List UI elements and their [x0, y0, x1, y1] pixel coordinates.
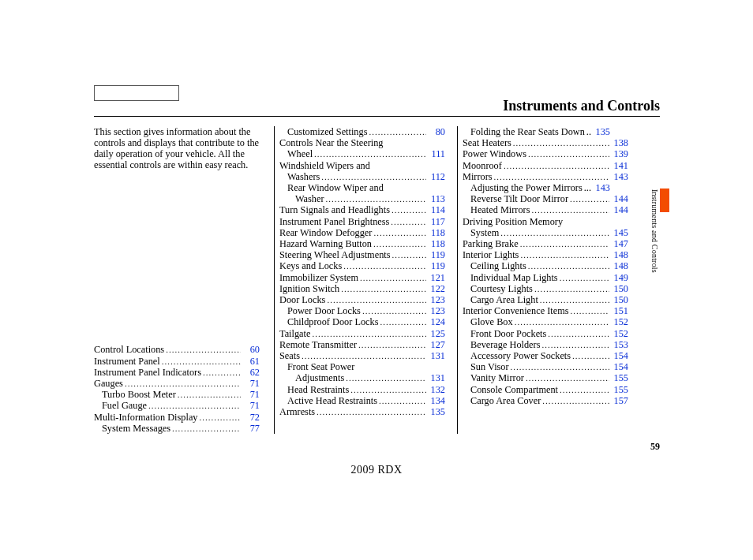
toc-entry[interactable]: Tailgate125: [279, 328, 445, 339]
toc-entry[interactable]: System Messages77: [94, 423, 260, 434]
toc-page-link[interactable]: 77: [242, 423, 260, 434]
toc-page-link[interactable]: 135: [428, 406, 445, 417]
toc-entry[interactable]: Control Locations60: [94, 344, 260, 355]
toc-entry[interactable]: Interior Convenience Items151: [463, 305, 628, 316]
toc-page-link[interactable]: 135: [593, 126, 610, 137]
toc-page-link[interactable]: 152: [611, 328, 628, 339]
toc-entry[interactable]: Individual Map Lights149: [463, 272, 628, 283]
toc-page-link[interactable]: 139: [611, 148, 628, 159]
toc-entry[interactable]: Folding the Rear Seats Down .. 135: [463, 126, 628, 137]
toc-page-link[interactable]: 119: [428, 249, 445, 260]
toc-entry[interactable]: Washer113: [279, 193, 445, 204]
toc-page-link[interactable]: 72: [242, 412, 260, 423]
toc-entry[interactable]: Cargo Area Cover157: [463, 395, 628, 406]
toc-entry[interactable]: Fuel Gauge71: [94, 400, 260, 411]
toc-page-link[interactable]: 118: [428, 227, 445, 238]
toc-page-link[interactable]: 119: [428, 260, 445, 271]
toc-page-link[interactable]: 62: [242, 367, 260, 378]
toc-page-link[interactable]: 125: [428, 328, 445, 339]
toc-entry[interactable]: Keys and Locks119: [279, 260, 445, 271]
toc-page-link[interactable]: 148: [611, 260, 628, 271]
toc-entry[interactable]: Moonroof141: [463, 160, 628, 171]
toc-page-link[interactable]: 123: [428, 294, 445, 305]
toc-entry[interactable]: Immobilizer System121: [279, 272, 445, 283]
toc-entry[interactable]: Armrests135: [279, 406, 445, 417]
toc-entry[interactable]: Ignition Switch122: [279, 283, 445, 294]
toc-entry[interactable]: Wheel111: [279, 148, 445, 159]
toc-entry[interactable]: Remote Transmitter127: [279, 339, 445, 350]
toc-page-link[interactable]: 143: [593, 182, 610, 193]
toc-entry[interactable]: Console Compartment155: [463, 384, 628, 395]
toc-page-link[interactable]: 157: [611, 395, 628, 406]
toc-entry[interactable]: Interior Lights148: [463, 249, 628, 260]
toc-entry[interactable]: Sun Visor154: [463, 361, 628, 372]
toc-page-link[interactable]: 131: [428, 350, 445, 361]
toc-entry[interactable]: Head Restraints132: [279, 384, 445, 395]
toc-entry[interactable]: Reverse Tilt Door Mirror144: [463, 193, 628, 204]
toc-page-link[interactable]: 118: [428, 238, 445, 249]
toc-entry[interactable]: Adjusting the Power Mirrors ... 143: [463, 182, 628, 193]
toc-page-link[interactable]: 132: [428, 384, 445, 395]
toc-page-link[interactable]: 121: [428, 272, 445, 283]
toc-entry[interactable]: Parking Brake147: [463, 238, 628, 249]
toc-page-link[interactable]: 143: [611, 171, 628, 182]
toc-page-link[interactable]: 154: [611, 350, 628, 361]
toc-page-link[interactable]: 151: [611, 305, 628, 316]
toc-page-link[interactable]: 127: [428, 339, 445, 350]
toc-page-link[interactable]: 113: [428, 193, 445, 204]
toc-entry[interactable]: Instrument Panel61: [94, 356, 260, 367]
toc-page-link[interactable]: 155: [611, 372, 628, 383]
toc-page-link[interactable]: 112: [428, 171, 445, 182]
toc-page-link[interactable]: 144: [611, 193, 628, 204]
toc-entry[interactable]: Turn Signals and Headlights114: [279, 204, 445, 215]
toc-entry[interactable]: Turbo Boost Meter71: [94, 389, 260, 400]
toc-page-link[interactable]: 155: [611, 384, 628, 395]
toc-page-link[interactable]: 141: [611, 160, 628, 171]
toc-page-link[interactable]: 117: [428, 216, 445, 227]
toc-page-link[interactable]: 153: [611, 339, 628, 350]
toc-entry[interactable]: Rear Window Defogger118: [279, 227, 445, 238]
toc-entry[interactable]: Accessory Power Sockets154: [463, 350, 628, 361]
toc-page-link[interactable]: 150: [611, 283, 628, 294]
toc-entry[interactable]: Active Head Restraints134: [279, 395, 445, 406]
toc-entry[interactable]: Courtesy Lights150: [463, 283, 628, 294]
toc-page-link[interactable]: 149: [611, 272, 628, 283]
toc-page-link[interactable]: 71: [242, 378, 260, 389]
toc-entry[interactable]: Steering Wheel Adjustments119: [279, 249, 445, 260]
toc-page-link[interactable]: 147: [611, 238, 628, 249]
toc-page-link[interactable]: 152: [611, 316, 628, 327]
toc-page-link[interactable]: 111: [428, 148, 445, 159]
toc-entry[interactable]: Seat Heaters138: [463, 137, 628, 148]
toc-page-link[interactable]: 71: [242, 400, 260, 411]
toc-entry[interactable]: System145: [463, 227, 628, 238]
toc-entry[interactable]: Power Windows139: [463, 148, 628, 159]
toc-entry[interactable]: Beverage Holders153: [463, 339, 628, 350]
toc-page-link[interactable]: 131: [428, 372, 445, 383]
toc-entry[interactable]: Instrument Panel Brightness117: [279, 216, 445, 227]
toc-entry[interactable]: Seats131: [279, 350, 445, 361]
toc-entry[interactable]: Mirrors143: [463, 171, 628, 182]
toc-entry[interactable]: Heated Mirrors144: [463, 204, 628, 215]
toc-entry[interactable]: Washers112: [279, 171, 445, 182]
toc-page-link[interactable]: 145: [611, 227, 628, 238]
toc-page-link[interactable]: 138: [611, 137, 628, 148]
toc-entry[interactable]: Gauges71: [94, 378, 260, 389]
toc-entry[interactable]: Ceiling Lights148: [463, 260, 628, 271]
main-menu-button[interactable]: [94, 85, 179, 101]
toc-entry[interactable]: Vanity Mirror155: [463, 372, 628, 383]
toc-page-link[interactable]: 154: [611, 361, 628, 372]
toc-page-link[interactable]: 134: [428, 395, 445, 406]
toc-entry[interactable]: Glove Box152: [463, 316, 628, 327]
toc-page-link[interactable]: 61: [242, 356, 260, 367]
toc-page-link[interactable]: 60: [242, 344, 260, 355]
toc-entry[interactable]: Cargo Area Light150: [463, 294, 628, 305]
toc-page-link[interactable]: 148: [611, 249, 628, 260]
toc-page-link[interactable]: 122: [428, 283, 445, 294]
toc-page-link[interactable]: 144: [611, 204, 628, 215]
toc-page-link[interactable]: 150: [611, 294, 628, 305]
toc-entry[interactable]: Hazard Warning Button118: [279, 238, 445, 249]
toc-page-link[interactable]: 114: [428, 204, 445, 215]
toc-entry[interactable]: Power Door Locks123: [279, 305, 445, 316]
toc-entry[interactable]: Front Door Pockets152: [463, 328, 628, 339]
toc-page-link[interactable]: 123: [428, 305, 445, 316]
